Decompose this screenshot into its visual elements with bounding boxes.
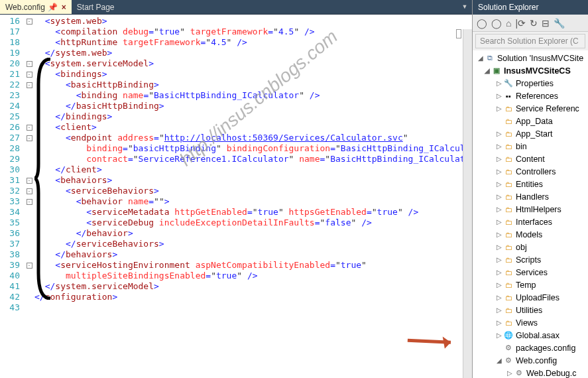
folder-icon: 🗀: [503, 255, 514, 265]
tree-item-packagesconfig[interactable]: ⚙packages.config: [473, 342, 588, 354]
fold-toggle[interactable]: -: [27, 135, 32, 141]
tree-item-uploadfiles[interactable]: ▷🗀UploadFiles: [473, 291, 588, 304]
config-icon: ⚙: [503, 343, 514, 353]
tab-label: Web.config: [5, 3, 45, 12]
code-editor[interactable]: 16 17 18 19 20 21 22 23 24 25 26 27 28 2…: [0, 15, 472, 378]
tree-item-scripts[interactable]: ▷🗀Scripts: [473, 253, 588, 266]
folder-icon: 🗀: [503, 129, 514, 139]
solution-root[interactable]: ◢⧉Solution 'InsusMVCSite: [473, 52, 588, 64]
fold-toggle[interactable]: -: [27, 178, 32, 184]
solution-search[interactable]: Search Solution Explorer (C: [475, 34, 585, 48]
config-icon: ⚙: [503, 355, 514, 366]
tree-item-obj[interactable]: ▷🗀obj: [473, 241, 588, 253]
tree-item-views[interactable]: ▷🗀Views: [473, 316, 588, 329]
tree-item-servicerefs[interactable]: ▷🗀Service Referenc: [473, 102, 588, 115]
globe-icon: 🌐: [503, 330, 514, 341]
folder-icon: 🗀: [503, 267, 514, 278]
folder-icon: 🗀: [503, 280, 514, 290]
tab-webconfig[interactable]: Web.config 📌 ×: [0, 0, 72, 14]
tab-bar: Web.config 📌 × Start Page ▼: [0, 0, 472, 15]
project-node[interactable]: ◢▣InsusMVCSiteCS: [473, 64, 588, 77]
fold-toggle[interactable]: -: [27, 19, 32, 25]
tree-item-utilities[interactable]: ▷🗀Utilities: [473, 304, 588, 316]
sync-icon[interactable]: |⟳: [515, 18, 526, 29]
solution-icon: ⧉: [485, 53, 495, 64]
solution-toolbar: ◯ ◯ ⌂ |⟳ ↻ ⊟ 🔧: [473, 15, 588, 32]
folder-icon: 🗀: [503, 103, 514, 114]
fold-toggle[interactable]: -: [27, 125, 32, 131]
tree-item-globalasax[interactable]: ▷🌐Global.asax: [473, 329, 588, 342]
folder-icon: 🗀: [503, 204, 514, 215]
folder-icon: 🗀: [503, 116, 514, 127]
references-icon: ▪▪: [503, 91, 514, 101]
solution-tree[interactable]: ◢⧉Solution 'InsusMVCSite ◢▣InsusMVCSiteC…: [473, 50, 588, 378]
close-icon[interactable]: ×: [62, 3, 66, 12]
back-icon[interactable]: ◯: [477, 18, 487, 29]
tree-item-references[interactable]: ▷▪▪References: [473, 90, 588, 102]
fold-gutter: - - - - - - - - - -: [24, 15, 34, 378]
tree-item-handlers[interactable]: ▷🗀Handlers: [473, 190, 588, 203]
tree-item-content[interactable]: ▷🗀Content: [473, 153, 588, 165]
fold-toggle[interactable]: -: [27, 61, 32, 67]
tree-item-webdebug[interactable]: ▷⚙Web.Debug.c: [473, 367, 588, 378]
tree-item-temp[interactable]: ▷🗀Temp: [473, 279, 588, 291]
split-handle[interactable]: [456, 29, 461, 38]
folder-icon: 🗀: [503, 242, 514, 253]
folder-icon: 🗀: [503, 292, 514, 303]
folder-icon: 🗀: [503, 229, 514, 240]
vertical-scrollbar[interactable]: [463, 29, 472, 378]
code-content[interactable]: <system.web> <compilation debug="true" t…: [34, 15, 472, 378]
tree-item-appstart[interactable]: ▷🗀App_Start: [473, 127, 588, 140]
tree-item-models[interactable]: ▷🗀Models: [473, 228, 588, 241]
tab-startpage[interactable]: Start Page: [72, 0, 120, 14]
tree-item-entities[interactable]: ▷🗀Entities: [473, 178, 588, 190]
tree-item-properties[interactable]: ▷🔧Properties: [473, 77, 588, 90]
folder-icon: 🗀: [503, 217, 514, 227]
folder-icon: 🗀: [503, 154, 514, 164]
folder-icon: 🗀: [503, 179, 514, 190]
tree-item-bin[interactable]: ▷🗀bin: [473, 140, 588, 153]
wrench-icon: 🔧: [503, 78, 514, 89]
home-icon[interactable]: ⌂: [506, 18, 511, 29]
fold-toggle[interactable]: -: [27, 82, 32, 88]
solution-explorer: Solution Explorer ◯ ◯ ⌂ |⟳ ↻ ⊟ 🔧 Search …: [472, 0, 588, 378]
folder-icon: 🗀: [503, 305, 514, 316]
forward-icon[interactable]: ◯: [491, 18, 502, 29]
tree-item-webconfig[interactable]: ◢⚙Web.config: [473, 354, 588, 367]
refresh-icon[interactable]: ↻: [530, 18, 538, 29]
line-number-gutter: 16 17 18 19 20 21 22 23 24 25 26 27 28 2…: [0, 15, 24, 378]
folder-icon: 🗀: [503, 192, 514, 202]
fold-toggle[interactable]: -: [27, 263, 32, 269]
tree-item-htmlhelpers[interactable]: ▷🗀HtmlHelpers: [473, 203, 588, 216]
pin-icon[interactable]: 📌: [48, 3, 58, 12]
fold-toggle[interactable]: -: [27, 72, 32, 78]
tree-item-services[interactable]: ▷🗀Services: [473, 266, 588, 279]
collapse-icon[interactable]: ⊟: [542, 18, 550, 29]
tree-item-appdata[interactable]: 🗀App_Data: [473, 115, 588, 127]
fold-toggle[interactable]: -: [27, 199, 32, 205]
properties-icon[interactable]: 🔧: [554, 18, 565, 29]
tab-label: Start Page: [77, 3, 115, 12]
fold-toggle[interactable]: -: [27, 188, 32, 194]
folder-icon: 🗀: [503, 318, 514, 328]
editor-pane: Web.config 📌 × Start Page ▼ 16 17 18 19 …: [0, 0, 472, 378]
folder-icon: 🗀: [503, 141, 514, 152]
folder-icon: 🗀: [503, 166, 514, 177]
tree-item-controllers[interactable]: ▷🗀Controllers: [473, 165, 588, 178]
tab-overflow-dropdown[interactable]: ▼: [459, 0, 471, 13]
config-icon: ⚙: [514, 368, 524, 379]
panel-title: Solution Explorer: [473, 0, 588, 15]
project-icon: ▣: [491, 66, 502, 76]
tree-item-interfaces[interactable]: ▷🗀Interfaces: [473, 216, 588, 228]
search-placeholder: Search Solution Explorer (C: [480, 36, 579, 46]
